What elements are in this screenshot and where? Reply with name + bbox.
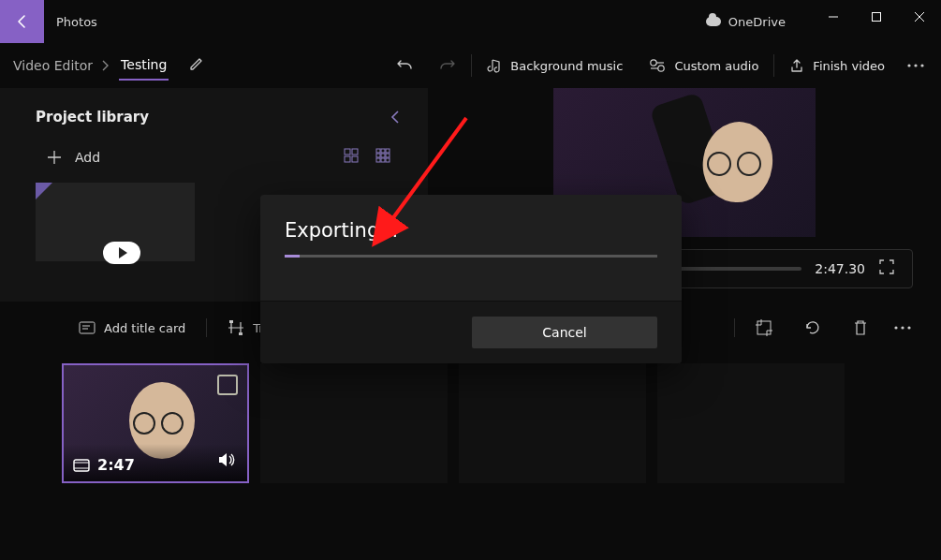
cloud-icon bbox=[706, 17, 721, 26]
svg-rect-22 bbox=[80, 322, 95, 333]
onedrive-button[interactable]: OneDrive bbox=[695, 0, 812, 43]
svg-rect-21 bbox=[386, 158, 390, 162]
toolbar: Video Editor Testing Background music Cu… bbox=[0, 43, 941, 88]
clip-volume-button[interactable] bbox=[217, 451, 236, 472]
svg-point-3 bbox=[658, 66, 664, 71]
svg-rect-15 bbox=[386, 149, 390, 153]
storyboard-clips: 2:47 bbox=[0, 354, 941, 483]
speaker-icon bbox=[217, 451, 236, 468]
close-button[interactable] bbox=[898, 0, 941, 43]
rename-button[interactable] bbox=[184, 51, 210, 81]
delete-button[interactable] bbox=[840, 309, 881, 346]
breadcrumb: Video Editor Testing bbox=[13, 51, 169, 81]
clip-meta: 2:47 bbox=[73, 456, 135, 474]
storyboard-empty-slot[interactable] bbox=[260, 363, 448, 483]
back-button[interactable] bbox=[0, 0, 44, 43]
svg-rect-27 bbox=[229, 320, 233, 323]
exporting-dialog: Exporting... Cancel bbox=[260, 195, 682, 363]
ellipsis-icon bbox=[907, 64, 924, 67]
title-card-icon bbox=[79, 321, 96, 334]
finish-video-label: Finish video bbox=[813, 59, 885, 73]
filmstrip-icon bbox=[73, 459, 90, 472]
add-title-card-button[interactable]: Add title card bbox=[66, 309, 198, 346]
more-button[interactable] bbox=[898, 43, 934, 88]
grid-large-icon bbox=[344, 148, 359, 163]
title-bar: Photos OneDrive bbox=[0, 0, 941, 43]
custom-audio-button[interactable]: Custom audio bbox=[636, 43, 772, 88]
svg-point-6 bbox=[907, 64, 910, 66]
play-icon bbox=[103, 242, 140, 264]
arrow-left-icon bbox=[15, 14, 30, 29]
add-title-card-label: Add title card bbox=[104, 321, 185, 335]
svg-rect-1 bbox=[873, 13, 881, 22]
svg-rect-20 bbox=[381, 158, 385, 162]
background-music-label: Background music bbox=[510, 59, 623, 73]
trim-icon bbox=[228, 321, 244, 334]
storyboard-more-button[interactable] bbox=[887, 309, 919, 346]
svg-point-2 bbox=[651, 60, 656, 66]
add-media-button[interactable]: Add bbox=[47, 150, 100, 165]
svg-rect-28 bbox=[239, 332, 243, 335]
plus-icon bbox=[47, 150, 62, 165]
svg-rect-32 bbox=[757, 321, 771, 334]
window-controls bbox=[812, 0, 941, 43]
grid-large-button[interactable] bbox=[344, 148, 359, 166]
add-label: Add bbox=[75, 150, 100, 165]
project-library-title: Project library bbox=[36, 109, 149, 125]
cancel-button[interactable]: Cancel bbox=[472, 317, 657, 348]
rotate-icon bbox=[804, 319, 821, 336]
custom-audio-label: Custom audio bbox=[674, 59, 758, 73]
svg-rect-12 bbox=[352, 156, 358, 162]
clip-checkbox[interactable] bbox=[217, 375, 238, 395]
app-title: Photos bbox=[44, 0, 97, 43]
svg-point-7 bbox=[914, 64, 917, 66]
svg-point-8 bbox=[920, 64, 923, 66]
library-view-toggle bbox=[344, 148, 390, 166]
grid-small-button[interactable] bbox=[375, 148, 390, 166]
undo-icon bbox=[396, 57, 413, 74]
onedrive-label: OneDrive bbox=[728, 15, 786, 29]
storyboard-clip[interactable]: 2:47 bbox=[62, 363, 249, 483]
fullscreen-icon bbox=[878, 258, 895, 275]
storyboard-empty-slot[interactable] bbox=[459, 363, 646, 483]
maximize-button[interactable] bbox=[855, 0, 898, 43]
audio-sliders-icon bbox=[649, 58, 666, 73]
svg-rect-14 bbox=[381, 149, 385, 153]
svg-rect-19 bbox=[376, 158, 380, 162]
svg-rect-13 bbox=[376, 149, 380, 153]
timecode: 2:47.30 bbox=[815, 261, 865, 276]
background-music-button[interactable]: Background music bbox=[474, 43, 636, 88]
breadcrumb-root[interactable]: Video Editor bbox=[13, 58, 93, 73]
ellipsis-icon bbox=[894, 326, 911, 330]
breadcrumb-current[interactable]: Testing bbox=[119, 51, 169, 81]
svg-rect-18 bbox=[386, 154, 390, 157]
svg-point-34 bbox=[901, 326, 904, 329]
fullscreen-button[interactable] bbox=[878, 258, 899, 279]
music-note-icon bbox=[487, 58, 502, 73]
redo-icon bbox=[439, 57, 456, 74]
export-progress-bar bbox=[285, 255, 657, 258]
trash-icon bbox=[853, 319, 868, 336]
dialog-title: Exporting... bbox=[285, 219, 657, 242]
crop-icon bbox=[756, 319, 772, 336]
rotate-button[interactable] bbox=[791, 309, 834, 346]
svg-rect-10 bbox=[352, 149, 358, 155]
svg-rect-11 bbox=[345, 156, 350, 162]
storyboard-empty-slot[interactable] bbox=[657, 363, 845, 483]
collapse-library-button[interactable] bbox=[383, 105, 407, 129]
svg-rect-16 bbox=[376, 154, 380, 157]
export-icon bbox=[789, 58, 804, 73]
redo-button[interactable] bbox=[426, 43, 469, 88]
svg-point-33 bbox=[894, 326, 897, 329]
finish-video-button[interactable]: Finish video bbox=[776, 43, 898, 88]
svg-rect-17 bbox=[381, 154, 385, 157]
grid-small-icon bbox=[375, 148, 390, 163]
svg-rect-9 bbox=[345, 149, 350, 155]
minimize-button[interactable] bbox=[812, 0, 855, 43]
chevron-left-icon bbox=[390, 111, 400, 124]
undo-button[interactable] bbox=[383, 43, 426, 88]
library-clip-thumbnail[interactable] bbox=[36, 183, 195, 261]
clip-duration: 2:47 bbox=[97, 456, 135, 474]
pencil-icon bbox=[189, 56, 204, 71]
aspect-button[interactable] bbox=[743, 309, 786, 346]
